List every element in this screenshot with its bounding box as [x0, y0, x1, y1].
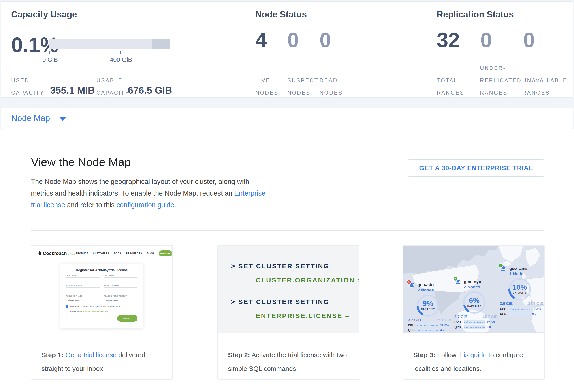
get-enterprise-trial-button[interactable]: GET A 30-DAY ENTERPRISE TRIAL — [408, 159, 544, 177]
capacity-usage-title: Capacity Usage — [11, 9, 77, 19]
checkbox-checked-icon — [66, 305, 68, 308]
first-name-field — [66, 277, 100, 283]
project-phase-select: Please Select — [66, 298, 100, 303]
qps-label: QPS — [500, 312, 509, 316]
checkbox-text: I would like to receive email updates ab… — [70, 306, 121, 308]
field-label: LAST NAME — [104, 275, 138, 277]
used-gib: 3.7 GiB — [454, 315, 467, 319]
step3-caption: Step 3: Follow this guide to configure l… — [403, 333, 544, 375]
qps-label: QPS — [408, 328, 417, 332]
get-trial-license-link[interactable]: Get a trial license — [65, 351, 117, 358]
chevron-down-icon[interactable] — [60, 117, 66, 121]
license-agree-checkbox-row: I agree to the Software License Agreemen… — [66, 310, 138, 312]
locality-sfo: 1 geo=sfo 2 Nodes — [408, 282, 453, 332]
node-map-selector[interactable]: Node Map — [11, 113, 50, 123]
capacity-axis-tick — [85, 51, 85, 54]
locality-node-count: 2 Nodes — [464, 284, 481, 290]
this-guide-link[interactable]: this guide — [458, 351, 486, 358]
capacity-axis-label: 400 GiB — [110, 56, 132, 63]
total-ranges-count: 32 — [437, 30, 460, 51]
intro-paragraph: The Node Map shows the geographical layo… — [31, 176, 266, 211]
capacity-caption: CAPACITY — [416, 308, 440, 310]
intro-line: metrics and health indicators. To enable… — [31, 187, 266, 199]
page-title: View the Node Map — [31, 155, 131, 169]
view-selector-bar: Node Map — [1, 108, 573, 129]
field-label: PROJECT PHASE — [66, 295, 100, 297]
step-label: Step 2: — [228, 351, 250, 358]
qps-value: 4.7 — [440, 328, 445, 332]
cockroach-labs-logo: Cockroach LABS — [38, 251, 76, 256]
reason-select: Please Select — [104, 298, 138, 303]
step2-caption: Step 2: Activate the trial license with … — [218, 333, 359, 375]
step2-sql-illustration: > SET CLUSTER SETTING CLUSTER.ORGANIZATI… — [218, 246, 359, 333]
checkbox-text: I agree to the — [70, 310, 82, 312]
step-text: Follow — [437, 351, 456, 358]
nav-item: PRODUCT — [76, 252, 88, 255]
total-ranges-label: TOTAL RANGES — [437, 74, 470, 99]
usable-capacity-value: 676.5 GiB — [128, 85, 172, 96]
configuration-guide-link[interactable]: configuration guide — [117, 201, 174, 209]
field-label: FIRST NAME — [66, 275, 100, 277]
capacity-axis-tick — [156, 51, 156, 54]
company-name-field — [66, 287, 100, 293]
cpu-value: 12.3% — [532, 307, 541, 311]
submit-button: SUBMIT — [117, 315, 138, 322]
download-button: DOWNLOAD — [159, 250, 172, 256]
locality-name: geo=sfo — [418, 282, 434, 287]
capacity-gauge: 9% CAPACITY — [416, 294, 440, 317]
healthy-badge: ✓ — [453, 277, 458, 281]
total-gib: 34.4 GiB — [528, 302, 543, 306]
capacity-percent: 9% — [416, 299, 440, 308]
step3-card: 1 geo=sfo 2 Nodes — [403, 245, 545, 380]
sql-command: > SET CLUSTER SETTING — [231, 298, 329, 306]
capacity-axis-tick — [49, 51, 50, 54]
cockroach-bug-icon — [38, 251, 42, 256]
capacity-percent: 6% — [462, 296, 486, 305]
mini-site-nav: PRODUCT CUSTOMERS DOCS RESOURCES BLOG — [76, 252, 154, 255]
cpu-label: CPU — [500, 307, 509, 311]
mini-site-header: Cockroach LABS PRODUCT CUSTOMERS DOCS RE… — [38, 250, 167, 257]
qps-sparkline — [417, 328, 438, 332]
locality-ams: ✓ geo=ams 1 Node — [500, 266, 544, 316]
form-fields: FIRST NAME LAST NAME COMPANY NAME COMPAN… — [66, 275, 138, 303]
capacity-gauge: 10% CAPACITY — [508, 277, 532, 301]
intro-text: and refer to this — [67, 201, 115, 209]
dead-nodes-label: DEAD NODES — [320, 74, 350, 99]
capacity-usage-bar-segment — [152, 39, 170, 49]
qps-label: QPS — [454, 325, 464, 329]
checkbox-empty-icon — [66, 310, 68, 312]
step3-node-map-illustration: 1 geo=sfo 2 Nodes — [403, 246, 544, 333]
capacity-axis-label: 0 GiB — [42, 56, 58, 63]
capacity-usage-bar — [49, 39, 170, 49]
locality-node-count: 2 Nodes — [418, 287, 434, 293]
step2-card: > SET CLUSTER SETTING CLUSTER.ORGANIZATI… — [217, 245, 359, 380]
live-nodes-label: LIVE NODES — [255, 74, 286, 99]
cpu-sparkline — [464, 320, 485, 324]
form-title: Register for a 30-day trial license — [66, 268, 138, 272]
enterprise-trial-license-link[interactable]: Enterprise — [234, 189, 265, 197]
cpu-sparkline — [509, 307, 530, 311]
brand-suffix: LABS — [68, 252, 76, 256]
cpu-value: 11.0% — [440, 323, 449, 327]
capacity-percent: 10% — [508, 283, 532, 291]
dead-nodes-count: 0 — [320, 30, 331, 51]
intro-text: metrics and health indicators. To enable… — [31, 189, 232, 197]
enterprise-trial-license-link[interactable]: trial license — [31, 201, 65, 209]
used-capacity-value: 355.1 MiB — [50, 85, 95, 96]
nav-item: CUSTOMERS — [93, 252, 109, 255]
step-label: Step 3: — [413, 351, 435, 358]
used-gib: 3.2 GiB — [408, 318, 421, 322]
email-updates-checkbox-row: I would like to receive email updates ab… — [66, 305, 138, 308]
field-label: REASON FOR INTEREST — [104, 295, 138, 297]
qps-sparkline — [464, 325, 485, 329]
suspect-nodes-label: SUSPECT NODES — [287, 74, 320, 99]
cpu-value: 42.5% — [487, 320, 495, 324]
cluster-summary-panel: Capacity Usage 0.1% 0 GiB 400 GiB USED C… — [1, 1, 573, 98]
intro-text: . — [174, 201, 176, 209]
intro-line: trial license and refer to this configur… — [31, 199, 266, 211]
trial-steps-cards: Cockroach LABS PRODUCT CUSTOMERS DOCS RE… — [31, 245, 545, 380]
cpu-label: CPU — [408, 323, 417, 327]
intro-line: The Node Map shows the geographical layo… — [31, 176, 266, 187]
healthy-badge: ✓ — [498, 263, 503, 268]
sql-setting: ENTERPRISE.LICENSE = — [256, 312, 350, 320]
